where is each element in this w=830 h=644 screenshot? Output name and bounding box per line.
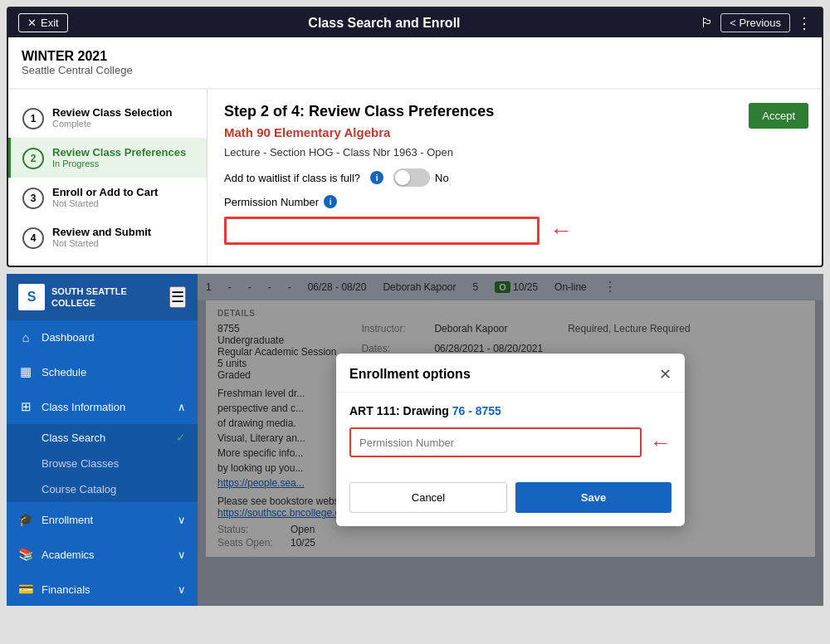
exit-label: Exit xyxy=(41,17,59,29)
toggle-knob xyxy=(395,170,410,185)
modal-overlay: Enrollment options ✕ ART 111: Drawing 76… xyxy=(198,274,823,606)
exit-button[interactable]: ✕ Exit xyxy=(18,13,68,32)
waitlist-label: Add to waitlist if class is full? xyxy=(224,172,360,184)
permission-info-icon[interactable]: i xyxy=(324,195,337,208)
modal-close-button[interactable]: ✕ xyxy=(659,365,671,383)
cancel-button[interactable]: Cancel xyxy=(349,482,507,513)
main-area: 1 - - - - 06/28 - 08/20 Deborah Kapoor 5… xyxy=(198,274,823,606)
permission-label: Permission Number xyxy=(224,196,319,208)
step-3-status: Not Started xyxy=(52,198,158,208)
nav-left-academics: 📚 Academics xyxy=(18,547,95,562)
step-heading: Step 2 of 4: Review Class Preferences xyxy=(224,103,805,120)
permission-input-top[interactable] xyxy=(224,217,540,245)
chevron-down-icon-enrollment: ∨ xyxy=(178,514,186,526)
chevron-up-icon: ∧ xyxy=(178,401,186,413)
sidebar-nav: ⌂ Dashboard ▦ Schedule ⊞ Class Informati… xyxy=(7,320,198,606)
submenu-item-course-catalog[interactable]: Course Catalog xyxy=(7,476,198,502)
sidebar-item-label-dashboard: Dashboard xyxy=(42,331,95,344)
permission-input-wrapper: ← xyxy=(349,427,671,457)
step-3-text: Enroll or Add to Cart Not Started xyxy=(52,186,158,208)
step-4-text: Review and Submit Not Started xyxy=(52,226,151,248)
sidebar-item-academics[interactable]: 📚 Academics ∨ xyxy=(7,537,198,572)
submenu-label-class-search: Class Search xyxy=(42,432,105,444)
class-info-icon: ⊞ xyxy=(18,399,33,414)
step-2-title: Review Class Preferences xyxy=(52,146,186,159)
submenu-label-course-catalog: Course Catalog xyxy=(42,483,116,495)
waitlist-toggle[interactable] xyxy=(393,168,430,187)
toggle-label: No xyxy=(435,172,449,184)
sidebar-item-class-information[interactable]: ⊞ Class Information ∧ xyxy=(7,389,198,424)
nav-left-enrollment: 🎓 Enrollment xyxy=(18,512,93,527)
flag-icon: 🏳 xyxy=(701,16,714,31)
permission-number-input[interactable] xyxy=(349,427,642,457)
hamburger-menu-button[interactable]: ☰ xyxy=(169,286,186,308)
chevron-down-icon-academics: ∨ xyxy=(178,549,186,561)
submenu-item-browse-classes[interactable]: Browse Classes xyxy=(7,451,198,476)
top-header: ✕ Exit Class Search and Enroll 🏳 < Previ… xyxy=(8,8,822,37)
header-menu-button[interactable]: ⋮ xyxy=(797,14,812,32)
submenu-label-browse-classes: Browse Classes xyxy=(42,457,119,470)
step-1-number: 1 xyxy=(22,108,44,129)
modal-class-link[interactable]: 76 - 8755 xyxy=(452,404,501,417)
top-section: ✕ Exit Class Search and Enroll 🏳 < Previ… xyxy=(7,7,823,267)
nav-left-financials: 💳 Financials xyxy=(18,582,90,597)
modal-header: Enrollment options ✕ xyxy=(336,354,685,393)
dashboard-icon: ⌂ xyxy=(18,330,33,344)
semester-year: WINTER 2021 xyxy=(22,49,808,64)
main-panel: Accept Step 2 of 4: Review Class Prefere… xyxy=(208,90,822,266)
step-3-number: 3 xyxy=(22,188,44,209)
sidebar-item-enrollment[interactable]: 🎓 Enrollment ∨ xyxy=(7,502,198,537)
step-3-title: Enroll or Add to Cart xyxy=(52,186,158,198)
save-button[interactable]: Save xyxy=(515,482,671,513)
step-1-status: Complete xyxy=(52,119,173,129)
step-2-number: 2 xyxy=(22,148,44,169)
nav-left-class-info: ⊞ Class Information xyxy=(18,399,125,414)
semester-info: WINTER 2021 Seattle Central College xyxy=(8,37,822,89)
modal-body: ART 111: Drawing 76 - 8755 ← xyxy=(336,393,685,482)
schedule-icon: ▦ xyxy=(18,364,33,379)
sidebar-item-financials[interactable]: 💳 Financials ∨ xyxy=(7,572,198,606)
sidebar-item-label-class-info: Class Information xyxy=(42,401,125,413)
step-3[interactable]: 3 Enroll or Add to Cart Not Started xyxy=(8,178,207,217)
modal-title: Enrollment options xyxy=(349,367,471,382)
top-body-inner: 1 Review Class Selection Complete 2 Revi… xyxy=(8,90,822,266)
college-logo-icon: S xyxy=(18,284,45,310)
step-2[interactable]: 2 Review Class Preferences In Progress xyxy=(8,138,207,178)
red-arrow-top-icon: ← xyxy=(549,217,573,244)
steps-sidebar: 1 Review Class Selection Complete 2 Revi… xyxy=(8,90,208,266)
permission-row: Permission Number i xyxy=(224,195,805,208)
sidebar-item-label-academics: Academics xyxy=(42,549,95,561)
red-arrow-modal-icon: ← xyxy=(650,430,671,456)
step-2-text: Review Class Preferences In Progress xyxy=(52,146,186,168)
college-name: SOUTH SEATTLE COLLEGE xyxy=(51,285,169,310)
class-info-submenu: Class Search ✓ Browse Classes Course Cat… xyxy=(7,424,198,502)
submenu-item-class-search[interactable]: Class Search ✓ xyxy=(7,424,198,451)
modal-footer: Cancel Save xyxy=(336,482,685,526)
step-4-title: Review and Submit xyxy=(52,226,151,238)
academics-icon: 📚 xyxy=(18,547,33,562)
step-4-status: Not Started xyxy=(52,238,151,248)
close-icon: ✕ xyxy=(27,17,37,29)
sidebar-logo: S SOUTH SEATTLE COLLEGE ☰ xyxy=(7,274,198,320)
sidebar-item-label-schedule: Schedule xyxy=(42,366,86,378)
step-2-status: In Progress xyxy=(52,159,186,168)
accept-button[interactable]: Accept xyxy=(749,103,808,129)
previous-button[interactable]: < Previous xyxy=(720,13,790,32)
chevron-down-icon-financials: ∨ xyxy=(178,583,186,596)
sidebar-item-schedule[interactable]: ▦ Schedule xyxy=(7,354,198,389)
step-4[interactable]: 4 Review and Submit Not Started xyxy=(8,217,207,257)
toggle-container[interactable]: No xyxy=(393,168,449,187)
class-details: Lecture - Section HOG - Class Nbr 1963 -… xyxy=(224,146,805,159)
financials-icon: 💳 xyxy=(18,582,33,597)
header-right-controls: 🏳 < Previous ⋮ xyxy=(701,13,812,32)
step-4-number: 4 xyxy=(22,227,44,249)
sidebar-item-dashboard[interactable]: ⌂ Dashboard xyxy=(7,320,198,354)
step-1[interactable]: 1 Review Class Selection Complete xyxy=(8,98,207,138)
step-1-title: Review Class Selection xyxy=(52,106,173,119)
sidebar-item-label-financials: Financials xyxy=(42,583,90,596)
waitlist-row: Add to waitlist if class is full? i No xyxy=(224,168,805,187)
sidebar: S SOUTH SEATTLE COLLEGE ☰ ⌂ Dashboard ▦ … xyxy=(7,274,198,606)
enrollment-options-modal: Enrollment options ✕ ART 111: Drawing 76… xyxy=(336,354,685,526)
enrollment-icon: 🎓 xyxy=(18,512,33,527)
waitlist-info-icon[interactable]: i xyxy=(370,171,383,184)
